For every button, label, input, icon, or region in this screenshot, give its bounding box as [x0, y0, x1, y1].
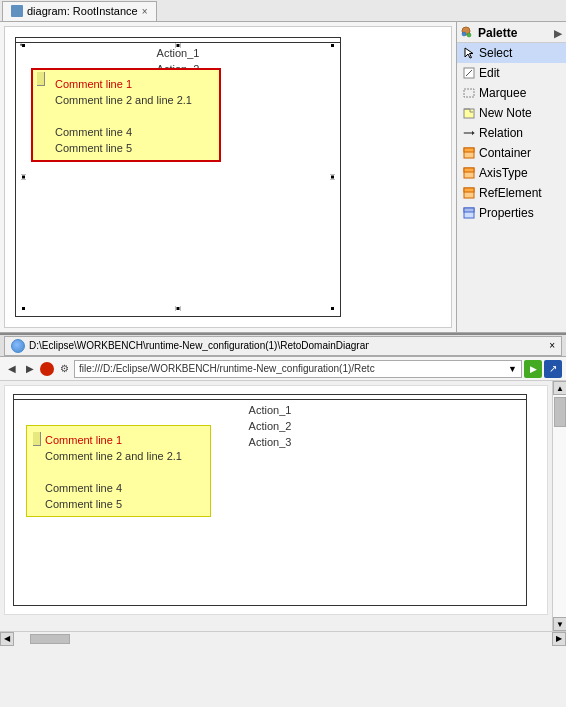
scroll-thumb[interactable]: [554, 397, 566, 427]
svg-point-2: [467, 33, 471, 37]
note-line-4: Comment line 4: [55, 126, 132, 138]
editor-area: Action_1 Action_2 Action_3 Comment line …: [0, 22, 566, 332]
back-button[interactable]: ◀: [4, 361, 20, 377]
browser-nav-bar: ◀ ▶ ⚙ file:///D:/Eclipse/WORKBENCH/runti…: [0, 357, 566, 381]
note-fold: [37, 72, 45, 86]
scroll-track: [553, 395, 566, 617]
palette-item-new-note[interactable]: New Note: [457, 103, 566, 123]
note-content: Comment line 1 Comment line 2 and line 2…: [55, 76, 213, 156]
note-line-1: Comment line 1: [55, 78, 132, 90]
palette-item-edit[interactable]: Edit: [457, 63, 566, 83]
palette-expand-btn[interactable]: ▶: [554, 28, 562, 39]
palette-title: Palette: [478, 26, 517, 40]
palette-header: Palette ▶: [457, 24, 566, 43]
handle-ml: [21, 175, 26, 180]
diagram-outer-box[interactable]: Action_1 Action_2 Action_3 Comment line …: [15, 37, 341, 317]
note-fold-indicator: [37, 70, 49, 86]
browser-note-fold-area: Comment line 1 Comment line 2 and line 2…: [33, 430, 204, 512]
horizontal-scrollbar[interactable]: ◀ ▶: [0, 631, 566, 645]
browser-diagram-note[interactable]: Comment line 1 Comment line 2 and line 2…: [26, 425, 211, 517]
forward-button[interactable]: ▶: [22, 361, 38, 377]
diagram-header: [16, 38, 340, 43]
url-dropdown-btn[interactable]: ▼: [508, 364, 517, 374]
browser-note-line-4: Comment line 4: [45, 482, 122, 494]
palette-item-relation[interactable]: Relation: [457, 123, 566, 143]
url-bar[interactable]: file:///D:/Eclipse/WORKBENCH/runtime-New…: [74, 360, 522, 378]
diagram-tab[interactable]: diagram: RootInstance ×: [2, 1, 157, 21]
palette-item-refelement[interactable]: RefElement: [457, 183, 566, 203]
palette-marquee-label: Marquee: [479, 86, 526, 100]
scroll-h-thumb[interactable]: [30, 634, 70, 644]
browser-globe-icon: [11, 339, 25, 353]
browser-diagram-outer: Action_1 Action_2 Action_3 Comment line …: [13, 394, 527, 606]
newnote-icon: [463, 107, 475, 119]
scroll-h-track: [14, 632, 552, 646]
palette-properties-label: Properties: [479, 206, 534, 220]
axistype-icon: [463, 167, 475, 179]
browser-note-line-5: Comment line 5: [45, 498, 122, 510]
svg-point-1: [462, 32, 466, 36]
run-button[interactable]: [524, 360, 542, 378]
svg-rect-10: [464, 148, 474, 152]
config-button[interactable]: ⚙: [56, 361, 72, 377]
svg-rect-6: [464, 109, 474, 118]
top-editor-panel: diagram: RootInstance ×: [0, 0, 566, 333]
note-line-5: Comment line 5: [55, 142, 132, 154]
browser-content-wrapper: Action_1 Action_2 Action_3 Comment line …: [0, 381, 566, 631]
diagram-tab-close[interactable]: ×: [142, 6, 148, 17]
browser-note-line-1: Comment line 1: [45, 434, 122, 446]
svg-marker-8: [472, 131, 474, 136]
scroll-down-btn[interactable]: ▼: [553, 617, 566, 631]
cursor-icon: [463, 47, 475, 59]
palette-panel: Palette ▶ Select Edit: [456, 22, 566, 332]
palette-axistype-label: AxisType: [479, 166, 528, 180]
palette-icon: [461, 26, 475, 40]
browser-tab[interactable]: D:\Eclipse\WORKBENCH\runtime-New_configu…: [4, 336, 562, 356]
refelement-icon: [463, 187, 475, 199]
browser-tab-bar: D:\Eclipse\WORKBENCH\runtime-New_configu…: [0, 335, 566, 357]
palette-container-label: Container: [479, 146, 531, 160]
browser-note-line-2: Comment line 2 and line 2.1: [45, 450, 182, 462]
svg-rect-14: [464, 188, 474, 192]
palette-item-select[interactable]: Select: [457, 43, 566, 63]
action-1: Action_1: [22, 45, 334, 61]
palette-select-label: Select: [479, 46, 512, 60]
diagram-note[interactable]: Comment line 1 Comment line 2 and line 2…: [31, 68, 221, 162]
note-line-2: Comment line 2 and line 2.1: [55, 94, 192, 106]
browser-tab-title: D:\Eclipse\WORKBENCH\runtime-New_configu…: [29, 340, 369, 351]
marquee-icon: [463, 87, 475, 99]
palette-item-marquee[interactable]: Marquee: [457, 83, 566, 103]
svg-rect-12: [464, 168, 474, 172]
stop-button[interactable]: [40, 362, 54, 376]
browser-note-fold: [33, 432, 41, 446]
diagram-tab-title: diagram: RootInstance: [27, 5, 138, 17]
browser-tab-close[interactable]: ×: [549, 340, 555, 351]
palette-item-container[interactable]: Container: [457, 143, 566, 163]
handle-bc: [176, 306, 181, 311]
browser-note-content: Comment line 1 Comment line 2 and line 2…: [45, 432, 182, 512]
handle-br: [330, 306, 335, 311]
tab-bar: diagram: RootInstance ×: [0, 0, 566, 22]
palette-item-axistype[interactable]: AxisType: [457, 163, 566, 183]
relation-icon: [463, 127, 475, 139]
url-text: file:///D:/Eclipse/WORKBENCH/runtime-New…: [79, 363, 375, 374]
browser-diagram-canvas[interactable]: Action_1 Action_2 Action_3 Comment line …: [4, 385, 548, 615]
edit-icon: [463, 67, 475, 79]
diagram-tab-icon: [11, 5, 23, 17]
palette-item-properties[interactable]: Properties: [457, 203, 566, 223]
scroll-right-btn[interactable]: ▶: [552, 632, 566, 646]
palette-edit-label: Edit: [479, 66, 500, 80]
palette-newnote-label: New Note: [479, 106, 532, 120]
navigate-button[interactable]: [544, 360, 562, 378]
vertical-scrollbar[interactable]: ▲ ▼: [552, 381, 566, 631]
handle-mr: [330, 175, 335, 180]
browser-panel: D:\Eclipse\WORKBENCH\runtime-New_configu…: [0, 333, 566, 645]
scroll-left-btn[interactable]: ◀: [0, 632, 14, 646]
container-icon: [463, 147, 475, 159]
palette-relation-label: Relation: [479, 126, 523, 140]
diagram-canvas[interactable]: Action_1 Action_2 Action_3 Comment line …: [4, 26, 452, 328]
svg-rect-16: [464, 208, 474, 212]
palette-refelement-label: RefElement: [479, 186, 542, 200]
scroll-up-btn[interactable]: ▲: [553, 381, 566, 395]
handle-bl: [21, 306, 26, 311]
